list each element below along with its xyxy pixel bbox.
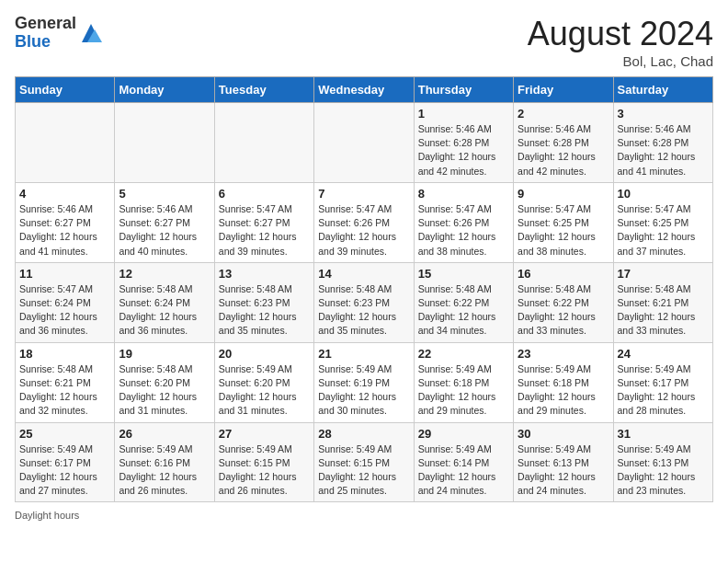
weekday-header-tuesday: Tuesday [214,77,313,103]
calendar-cell: 3Sunrise: 5:46 AMSunset: 6:28 PMDaylight… [613,103,712,183]
day-number: 18 [19,347,110,361]
day-number: 21 [318,347,409,361]
calendar-cell [314,103,414,183]
day-info: Sunrise: 5:49 AMSunset: 6:19 PMDaylight:… [318,362,409,419]
calendar-cell [214,103,313,183]
weekday-header-monday: Monday [115,77,214,103]
calendar-cell: 23Sunrise: 5:49 AMSunset: 6:18 PMDayligh… [514,342,613,422]
calendar-cell: 14Sunrise: 5:48 AMSunset: 6:23 PMDayligh… [314,262,414,342]
calendar-week-row: 1Sunrise: 5:46 AMSunset: 6:28 PMDaylight… [16,103,713,183]
calendar-cell: 25Sunrise: 5:49 AMSunset: 6:17 PMDayligh… [16,422,115,502]
calendar-week-row: 11Sunrise: 5:47 AMSunset: 6:24 PMDayligh… [16,262,713,342]
day-info: Sunrise: 5:46 AMSunset: 6:28 PMDaylight:… [418,122,509,178]
calendar-cell: 9Sunrise: 5:47 AMSunset: 6:25 PMDaylight… [514,182,613,262]
day-number: 1 [418,107,509,121]
day-number: 5 [119,187,210,201]
logo-blue: Blue [15,33,76,52]
weekday-header-thursday: Thursday [414,77,513,103]
calendar-week-row: 25Sunrise: 5:49 AMSunset: 6:17 PMDayligh… [16,422,713,502]
calendar-cell: 13Sunrise: 5:48 AMSunset: 6:23 PMDayligh… [214,262,313,342]
calendar-cell [16,103,115,183]
day-number: 2 [518,107,609,121]
calendar-cell: 4Sunrise: 5:46 AMSunset: 6:27 PMDaylight… [16,182,115,262]
day-info: Sunrise: 5:48 AMSunset: 6:22 PMDaylight:… [518,282,609,339]
day-info: Sunrise: 5:46 AMSunset: 6:27 PMDaylight:… [119,202,210,259]
day-number: 29 [418,427,509,441]
calendar-cell: 28Sunrise: 5:49 AMSunset: 6:15 PMDayligh… [314,422,414,502]
day-number: 7 [318,187,409,201]
calendar-cell: 21Sunrise: 5:49 AMSunset: 6:19 PMDayligh… [314,342,414,422]
day-number: 8 [418,187,509,201]
calendar-cell: 30Sunrise: 5:49 AMSunset: 6:13 PMDayligh… [514,422,613,502]
day-number: 13 [219,267,310,281]
calendar-cell: 5Sunrise: 5:46 AMSunset: 6:27 PMDaylight… [115,182,214,262]
logo-general: General [15,15,76,33]
day-info: Sunrise: 5:47 AMSunset: 6:26 PMDaylight:… [318,202,409,259]
footer-note: Daylight hours [15,510,713,521]
day-info: Sunrise: 5:49 AMSunset: 6:16 PMDaylight:… [119,442,210,499]
day-number: 16 [518,267,609,281]
day-number: 3 [618,107,709,121]
day-number: 17 [618,267,709,281]
weekday-header-friday: Friday [514,77,613,103]
calendar-cell: 22Sunrise: 5:49 AMSunset: 6:18 PMDayligh… [414,342,513,422]
calendar-cell: 15Sunrise: 5:48 AMSunset: 6:22 PMDayligh… [414,262,513,342]
day-number: 19 [119,347,210,361]
day-info: Sunrise: 5:47 AMSunset: 6:24 PMDaylight:… [19,282,110,339]
calendar-cell: 11Sunrise: 5:47 AMSunset: 6:24 PMDayligh… [16,262,115,342]
page-header: General Blue August 2024 Bol, Lac, Chad [15,15,713,69]
logo-text: General Blue [15,15,76,52]
day-info: Sunrise: 5:46 AMSunset: 6:27 PMDaylight:… [19,202,110,259]
calendar-cell: 10Sunrise: 5:47 AMSunset: 6:25 PMDayligh… [613,182,712,262]
day-number: 31 [618,427,709,441]
day-info: Sunrise: 5:49 AMSunset: 6:13 PMDaylight:… [618,442,709,499]
weekday-header-sunday: Sunday [16,77,115,103]
day-number: 28 [318,427,409,441]
calendar-week-row: 4Sunrise: 5:46 AMSunset: 6:27 PMDaylight… [16,182,713,262]
day-info: Sunrise: 5:46 AMSunset: 6:28 PMDaylight:… [518,122,609,178]
day-number: 23 [518,347,609,361]
calendar-cell: 1Sunrise: 5:46 AMSunset: 6:28 PMDaylight… [414,103,513,183]
day-info: Sunrise: 5:47 AMSunset: 6:27 PMDaylight:… [219,202,310,259]
day-info: Sunrise: 5:49 AMSunset: 6:17 PMDaylight:… [618,362,709,419]
day-info: Sunrise: 5:48 AMSunset: 6:22 PMDaylight:… [418,282,509,339]
calendar-cell: 6Sunrise: 5:47 AMSunset: 6:27 PMDaylight… [214,182,313,262]
day-info: Sunrise: 5:48 AMSunset: 6:23 PMDaylight:… [219,282,310,339]
calendar-cell: 2Sunrise: 5:46 AMSunset: 6:28 PMDaylight… [514,103,613,183]
day-info: Sunrise: 5:49 AMSunset: 6:17 PMDaylight:… [19,442,110,499]
day-number: 25 [19,427,110,441]
calendar-week-row: 18Sunrise: 5:48 AMSunset: 6:21 PMDayligh… [16,342,713,422]
day-info: Sunrise: 5:48 AMSunset: 6:21 PMDaylight:… [618,282,709,339]
day-number: 22 [418,347,509,361]
day-info: Sunrise: 5:47 AMSunset: 6:25 PMDaylight:… [518,202,609,259]
day-number: 11 [19,267,110,281]
day-info: Sunrise: 5:49 AMSunset: 6:15 PMDaylight:… [219,442,310,499]
weekday-header-saturday: Saturday [613,77,712,103]
day-number: 30 [518,427,609,441]
day-info: Sunrise: 5:47 AMSunset: 6:25 PMDaylight:… [618,202,709,259]
calendar-cell: 29Sunrise: 5:49 AMSunset: 6:14 PMDayligh… [414,422,513,502]
calendar-cell: 31Sunrise: 5:49 AMSunset: 6:13 PMDayligh… [613,422,712,502]
title-block: August 2024 Bol, Lac, Chad [528,15,713,69]
day-number: 10 [618,187,709,201]
calendar-cell [115,103,214,183]
calendar-cell: 8Sunrise: 5:47 AMSunset: 6:26 PMDaylight… [414,182,513,262]
day-info: Sunrise: 5:48 AMSunset: 6:20 PMDaylight:… [119,362,210,419]
day-info: Sunrise: 5:49 AMSunset: 6:18 PMDaylight:… [418,362,509,419]
calendar-table: SundayMondayTuesdayWednesdayThursdayFrid… [15,76,713,502]
calendar-cell: 20Sunrise: 5:49 AMSunset: 6:20 PMDayligh… [214,342,313,422]
calendar-cell: 26Sunrise: 5:49 AMSunset: 6:16 PMDayligh… [115,422,214,502]
day-info: Sunrise: 5:49 AMSunset: 6:13 PMDaylight:… [518,442,609,499]
calendar-cell: 27Sunrise: 5:49 AMSunset: 6:15 PMDayligh… [214,422,313,502]
day-number: 4 [19,187,110,201]
day-info: Sunrise: 5:46 AMSunset: 6:28 PMDaylight:… [618,122,709,178]
calendar-cell: 24Sunrise: 5:49 AMSunset: 6:17 PMDayligh… [613,342,712,422]
calendar-cell: 7Sunrise: 5:47 AMSunset: 6:26 PMDaylight… [314,182,414,262]
calendar-cell: 17Sunrise: 5:48 AMSunset: 6:21 PMDayligh… [613,262,712,342]
day-number: 26 [119,427,210,441]
weekday-header-wednesday: Wednesday [314,77,414,103]
day-info: Sunrise: 5:48 AMSunset: 6:21 PMDaylight:… [19,362,110,419]
month-year: August 2024 [528,15,713,53]
day-number: 6 [219,187,310,201]
day-info: Sunrise: 5:47 AMSunset: 6:26 PMDaylight:… [418,202,509,259]
